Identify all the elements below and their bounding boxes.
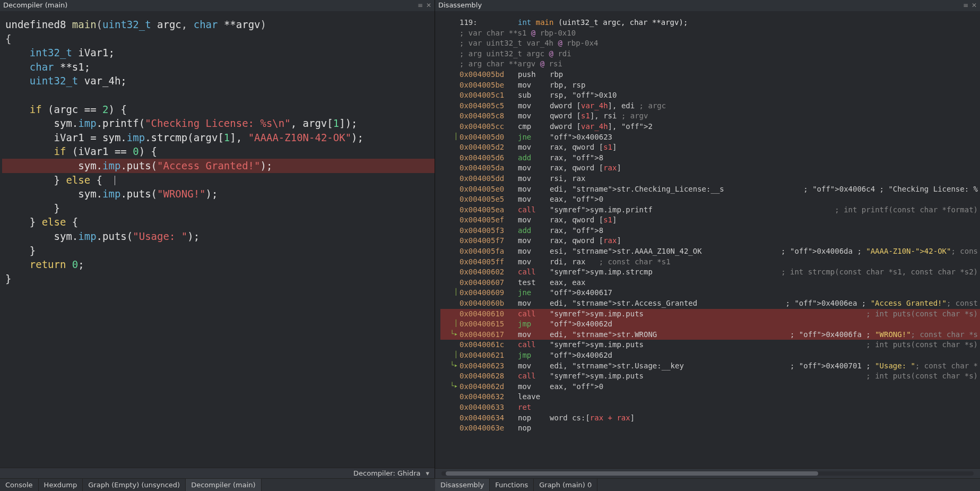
- decompiler-pane: Decompiler (main) ≡ ✕ undefined8 main(ui…: [0, 0, 435, 478]
- disassembly-title: Disassembly: [438, 1, 482, 9]
- tab-decompiler-main-[interactable]: Decompiler (main): [186, 479, 261, 491]
- right-tabstrip: DisassemblyFunctionsGraph (main) 0: [435, 478, 980, 491]
- disasm-row[interactable]: 0x004005bdpushrbp: [440, 70, 980, 80]
- disasm-row[interactable]: 0x004005c8movqword [s1], rsi ; argv: [440, 111, 980, 122]
- tab-functions[interactable]: Functions: [490, 479, 534, 491]
- decompiler-header: Decompiler (main) ≡ ✕: [0, 0, 435, 11]
- left-tabstrip: ConsoleHexdumpGraph (Empty) (unsynced)De…: [0, 478, 435, 491]
- disasm-row[interactable]: 0x00400632leave: [440, 392, 980, 402]
- horizontal-scrollbar[interactable]: [441, 471, 974, 476]
- disasm-row[interactable]: │0x00400621jmp"off">0x40062d: [440, 350, 980, 361]
- decompiler-footer: Decompiler: Ghidra ▾: [0, 468, 435, 478]
- disassembly-header: Disassembly ≡ ✕: [435, 0, 980, 11]
- disasm-row[interactable]: 0x004005efmovrax, qword [s1]: [440, 215, 980, 226]
- tab-hexdump[interactable]: Hexdump: [39, 479, 83, 491]
- disasm-row[interactable]: 0x00400628call"symref">sym.imp.puts ; in…: [440, 371, 980, 382]
- disasm-row[interactable]: 0x004005famovesi, "strname">str.AAAA_Z10…: [440, 246, 980, 257]
- disasm-row[interactable]: 0x0040061ccall"symref">sym.imp.puts ; in…: [440, 340, 980, 350]
- decompiler-title: Decompiler (main): [3, 1, 67, 9]
- decompiler-engine-label: Decompiler: Ghidra: [353, 469, 420, 477]
- disasm-row[interactable]: └▸0x00400617movedi, "strname">str.WRONG …: [440, 330, 980, 340]
- disasm-row[interactable]: 0x00400610call"symref">sym.imp.puts ; in…: [440, 309, 980, 320]
- tab-graph-empty-unsynced-[interactable]: Graph (Empty) (unsynced): [83, 479, 186, 491]
- disasm-row[interactable]: 0x00400634nopword cs:[rax + rax]: [440, 413, 980, 424]
- disasm-row[interactable]: 0x004005ffmovrdi, rax ; const char *s1: [440, 257, 980, 268]
- disasm-row[interactable]: │0x004005d0jne"off">0x400623: [440, 132, 980, 143]
- decompiler-body[interactable]: undefined8 main(uint32_t argc, char **ar…: [0, 11, 435, 468]
- tab-disassembly[interactable]: Disassembly: [435, 479, 490, 491]
- disasm-row[interactable]: 0x004005c5movdword [var_4h], edi ; argc: [440, 101, 980, 111]
- decompiler-engine-dropdown[interactable]: ▾: [426, 469, 429, 477]
- disasm-row[interactable]: 0x004005e5moveax, "off">0: [440, 194, 980, 205]
- disasm-row[interactable]: 0x0040063enop: [440, 423, 980, 434]
- disasm-row[interactable]: 0x004005e0movedi, "strname">str.Checking…: [440, 184, 980, 195]
- tab-console[interactable]: Console: [0, 479, 39, 491]
- tab-graph-main-0[interactable]: Graph (main) 0: [534, 479, 597, 491]
- disasm-row[interactable]: 0x004005d2movrax, qword [s1]: [440, 142, 980, 153]
- disasm-row[interactable]: └▸0x0040062dmoveax, "off">0: [440, 382, 980, 392]
- disasm-row[interactable]: 0x004005cccmpdword [var_4h], "off">2: [440, 122, 980, 132]
- disasm-row[interactable]: 0x004005damovrax, qword [rax]: [440, 163, 980, 174]
- close-icon[interactable]: ✕: [972, 2, 977, 9]
- disasm-row[interactable]: 0x004005f3addrax, "off">8: [440, 226, 980, 236]
- scrollbar-thumb[interactable]: [446, 471, 818, 476]
- disasm-row[interactable]: 0x004005d6addrax, "off">8: [440, 153, 980, 163]
- disassembly-pane: Disassembly ≡ ✕ 119:int main (uint32_t a…: [435, 0, 980, 478]
- disasm-row[interactable]: 0x00400607testeax, eax: [440, 278, 980, 288]
- disasm-row[interactable]: 0x0040060bmovedi, "strname">str.Access_G…: [440, 298, 980, 309]
- disasm-row[interactable]: 0x004005f7movrax, qword [rax]: [440, 236, 980, 246]
- disasm-row[interactable]: │0x00400615jmp"off">0x40062d: [440, 319, 980, 330]
- disasm-row[interactable]: └▸0x00400623movedi, "strname">str.Usage:…: [440, 361, 980, 372]
- disasm-row[interactable]: 0x004005ddmovrsi, rax: [440, 174, 980, 184]
- disassembly-body[interactable]: 119:int main (uint32_t argc, char **argv…: [435, 11, 980, 468]
- disasm-row[interactable]: 0x00400602call"symref">sym.imp.strcmp ; …: [440, 267, 980, 278]
- disasm-row[interactable]: 0x00400633ret: [440, 402, 980, 413]
- menu-icon[interactable]: ≡: [963, 2, 968, 9]
- close-icon[interactable]: ✕: [426, 2, 431, 9]
- menu-icon[interactable]: ≡: [418, 2, 423, 9]
- disasm-row[interactable]: 0x004005bemovrbp, rsp: [440, 80, 980, 91]
- disasm-row[interactable]: 0x004005eacall"symref">sym.imp.printf ; …: [440, 205, 980, 216]
- disasm-row[interactable]: 0x004005c1subrsp, "off">0x10: [440, 90, 980, 101]
- disassembly-footer: [435, 468, 980, 478]
- disasm-row[interactable]: │0x00400609jne"off">0x400617: [440, 288, 980, 298]
